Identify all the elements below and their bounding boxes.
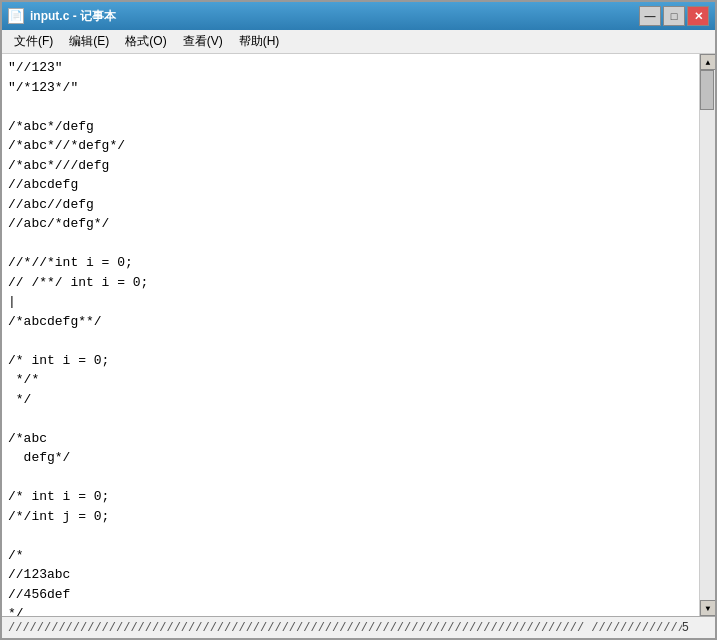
editor-area: "//123" "/*123*/" /*abc*/defg /*abc*//*d… bbox=[2, 54, 715, 616]
scroll-thumb[interactable] bbox=[700, 70, 714, 110]
window-title: input.c - 记事本 bbox=[30, 8, 116, 25]
status-number: 5 bbox=[682, 621, 709, 635]
main-window: 📄 input.c - 记事本 — □ ✕ 文件(F) 编辑(E) 格式(O) … bbox=[0, 0, 717, 640]
menu-edit[interactable]: 编辑(E) bbox=[61, 31, 117, 52]
scroll-up-button[interactable]: ▲ bbox=[700, 54, 715, 70]
scroll-down-button[interactable]: ▼ bbox=[700, 600, 715, 616]
title-bar-buttons: — □ ✕ bbox=[639, 6, 709, 26]
vertical-scrollbar[interactable]: ▲ ▼ bbox=[699, 54, 715, 616]
title-bar: 📄 input.c - 记事本 — □ ✕ bbox=[2, 2, 715, 30]
menu-view[interactable]: 查看(V) bbox=[175, 31, 231, 52]
app-icon: 📄 bbox=[8, 8, 24, 24]
maximize-button[interactable]: □ bbox=[663, 6, 685, 26]
menu-file[interactable]: 文件(F) bbox=[6, 31, 61, 52]
title-bar-left: 📄 input.c - 记事本 bbox=[8, 8, 116, 25]
status-bar: ////////////////////////////////////////… bbox=[2, 616, 715, 638]
menu-help[interactable]: 帮助(H) bbox=[231, 31, 288, 52]
status-line-text: ////////////////////////////////////////… bbox=[8, 621, 682, 635]
text-editor[interactable]: "//123" "/*123*/" /*abc*/defg /*abc*//*d… bbox=[2, 54, 699, 616]
scroll-track[interactable] bbox=[700, 70, 715, 600]
menu-format[interactable]: 格式(O) bbox=[117, 31, 174, 52]
close-button[interactable]: ✕ bbox=[687, 6, 709, 26]
menu-bar: 文件(F) 编辑(E) 格式(O) 查看(V) 帮助(H) bbox=[2, 30, 715, 54]
minimize-button[interactable]: — bbox=[639, 6, 661, 26]
